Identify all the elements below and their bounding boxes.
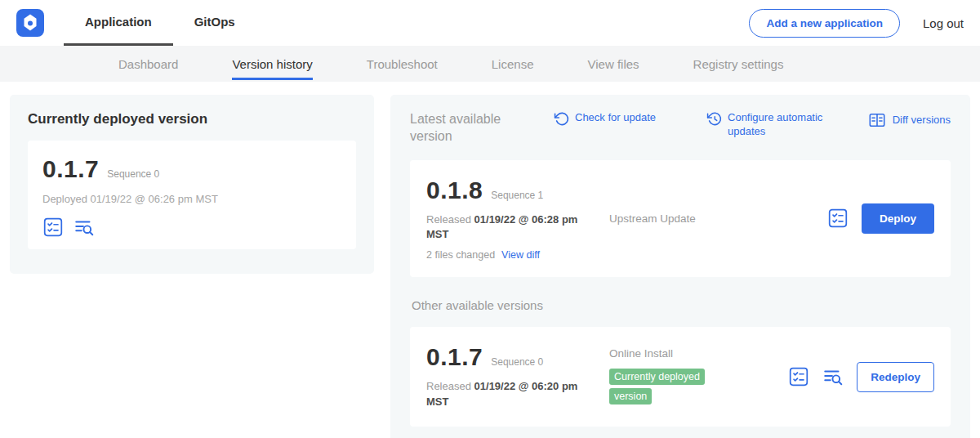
logout-link[interactable]: Log out [923, 16, 964, 30]
diff-versions-label: Diff versions [893, 114, 951, 127]
app-logo-svg [16, 9, 44, 37]
latest-version-number: 0.1.8 [426, 177, 483, 204]
files-changed-label: 2 files changed [426, 249, 495, 261]
diff-icon[interactable] [822, 366, 844, 387]
install-source-label: Online Install [609, 347, 788, 360]
add-application-button[interactable]: Add a new application [749, 9, 900, 38]
available-versions-panel: Latest available version Check for updat… [390, 95, 970, 438]
latest-version-source: Upstream Update [604, 212, 827, 225]
currently-deployed-badge-wrap: Currently deployed version [609, 367, 732, 406]
latest-released-line: Released 01/19/22 @ 06:28 pm MST [426, 212, 590, 244]
currently-deployed-badge: Currently deployed version [609, 369, 705, 404]
topbar: Application GitOps Add a new application… [0, 0, 980, 46]
check-for-update-label: Check for update [575, 111, 656, 125]
available-versions-header: Latest available version Check for updat… [410, 111, 951, 145]
release-notes-icon[interactable] [42, 217, 64, 238]
tab-application[interactable]: Application [64, 0, 173, 46]
deploy-button[interactable]: Deploy [862, 203, 934, 234]
deployed-date-line: Deployed 01/19/22 @ 06:26 pm MST [42, 193, 341, 205]
configure-automatic-updates-link[interactable]: Configure automatic updates [706, 111, 826, 139]
subnav-item-troubleshoot[interactable]: Troubleshoot [367, 47, 438, 80]
other-versions-title: Other available versions [412, 298, 949, 312]
other-version-info: 0.1.7 Sequence 0 Released 01/19/22 @ 06:… [426, 343, 604, 410]
subnav-item-view-files[interactable]: View files [587, 47, 639, 80]
top-navigation: Application GitOps [64, 0, 256, 46]
diff-versions-link[interactable]: Diff versions [868, 111, 951, 129]
deployed-sequence-label: Sequence 0 [107, 168, 159, 180]
deployed-version-number: 0.1.7 [42, 155, 99, 183]
latest-version-actions: Deploy [827, 203, 934, 234]
currently-deployed-panel: Currently deployed version 0.1.7 Sequenc… [10, 95, 374, 274]
released-label: Released [426, 213, 471, 226]
configure-automatic-updates-label: Configure automatic updates [728, 111, 826, 139]
deployed-version-row: 0.1.7 Sequence 0 [42, 155, 341, 183]
tab-application-label: Application [85, 15, 152, 29]
subnav-item-registry-settings[interactable]: Registry settings [693, 47, 784, 80]
latest-sequence-label: Sequence 1 [491, 190, 543, 201]
auto-update-clock-icon [706, 111, 722, 127]
view-diff-link[interactable]: View diff [501, 249, 540, 261]
app-subnav: Dashboard Version history Troubleshoot L… [0, 46, 980, 82]
other-released-line: Released 01/19/22 @ 06:20 pm MST [426, 379, 590, 410]
release-notes-icon[interactable] [827, 208, 849, 229]
tab-gitops-label: GitOps [194, 15, 235, 29]
app-logo-icon [16, 9, 44, 37]
latest-version-card: 0.1.8 Sequence 1 Released 01/19/22 @ 06:… [410, 160, 951, 278]
latest-files-row: 2 files changedView diff [426, 249, 604, 261]
deployed-panel-title: Currently deployed version [28, 111, 356, 127]
release-notes-icon[interactable] [788, 366, 809, 387]
redeploy-button[interactable]: Redeploy [857, 362, 934, 392]
topbar-right: Add a new application Log out [749, 9, 964, 38]
diff-icon[interactable] [74, 217, 95, 238]
refresh-icon [554, 111, 569, 127]
latest-version-info: 0.1.8 Sequence 1 Released 01/19/22 @ 06:… [426, 177, 604, 261]
version-history-page: Currently deployed version 0.1.7 Sequenc… [0, 82, 980, 438]
other-version-card: 0.1.7 Sequence 0 Released 01/19/22 @ 06:… [410, 327, 951, 427]
subnav-item-version-history[interactable]: Version history [232, 47, 312, 80]
other-sequence-label: Sequence 0 [491, 356, 543, 368]
check-for-update-link[interactable]: Check for update [554, 111, 656, 127]
other-version-number: 0.1.7 [426, 343, 483, 371]
latest-available-title: Latest available version [410, 111, 532, 145]
subnav-item-dashboard[interactable]: Dashboard [118, 47, 178, 80]
subnav-item-license[interactable]: License [492, 47, 534, 80]
other-version-actions: Redeploy [788, 362, 934, 392]
tab-gitops[interactable]: GitOps [173, 0, 256, 46]
released-label: Released [426, 380, 471, 392]
diff-versions-icon [868, 111, 886, 129]
deployed-version-card: 0.1.7 Sequence 0 Deployed 01/19/22 @ 06:… [28, 141, 356, 249]
other-version-source-block: Online Install Currently deployed versio… [604, 347, 788, 406]
deployed-card-actions [42, 217, 341, 238]
